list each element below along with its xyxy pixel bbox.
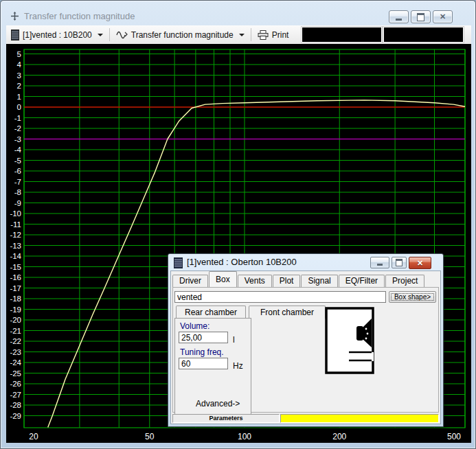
print-label: Print <box>272 30 289 40</box>
dialog-controls: ✕ <box>370 257 431 269</box>
svg-text:-19: -19 <box>10 306 21 314</box>
rear-chamber-tab[interactable]: Rear chamber <box>176 306 246 319</box>
svg-text:-8: -8 <box>14 188 21 196</box>
svg-text:-11: -11 <box>10 220 21 229</box>
y-axis-labels: 543210-1-2-3-4-5-6-7-8-9-10-11-12-13-14-… <box>10 50 21 420</box>
tuning-unit: Hz <box>233 361 243 371</box>
minimize-icon <box>377 264 383 266</box>
svg-text:50: 50 <box>145 432 155 441</box>
cursor-readout-panels <box>302 27 464 43</box>
svg-text:-29: -29 <box>10 412 21 420</box>
toolbar: [1]vented : 10B200 Transfer function mag… <box>6 25 471 44</box>
svg-text:5: 5 <box>17 50 21 58</box>
advanced-link[interactable]: Advanced-> <box>196 399 240 408</box>
readout-panel-1 <box>302 27 382 43</box>
minimize-button[interactable] <box>389 10 409 23</box>
dialog-minimize-button[interactable] <box>370 257 389 268</box>
tuning-freq-label: Tuning freq. <box>180 347 224 357</box>
tab-box[interactable]: Box <box>209 271 237 287</box>
box-tab-page: Box shape> Rear chamberFront chamber Vol… <box>172 287 439 413</box>
maximize-button[interactable] <box>411 10 431 23</box>
svg-text:200: 200 <box>332 432 346 441</box>
svg-text:100: 100 <box>238 432 251 441</box>
tab-project[interactable]: Project <box>385 275 424 287</box>
tab-eq-filter[interactable]: EQ/Filter <box>339 275 385 287</box>
svg-text:-7: -7 <box>14 178 21 186</box>
tuning-freq-input[interactable] <box>179 358 228 369</box>
svg-text:-16: -16 <box>10 273 21 281</box>
svg-text:-23: -23 <box>10 348 21 356</box>
svg-text:-18: -18 <box>10 295 21 303</box>
box-name-input[interactable] <box>174 291 386 303</box>
svg-text:-27: -27 <box>10 391 21 399</box>
svg-text:4: 4 <box>17 60 22 69</box>
dialog-body: DriverBoxVentsPlotSignalEQ/FilterProject… <box>170 270 441 424</box>
project-dialog: [1]vented : Oberton 10B200 ✕ DriverBoxVe… <box>168 253 444 427</box>
svg-text:0: 0 <box>17 103 21 111</box>
svg-text:-12: -12 <box>10 231 21 239</box>
dialog-maximize-button[interactable] <box>392 257 407 268</box>
window-title: Transfer function magnitude <box>24 11 135 21</box>
svg-text:-9: -9 <box>14 199 21 207</box>
readout-panel-2 <box>383 27 464 43</box>
svg-text:-21: -21 <box>10 327 21 335</box>
svg-text:-22: -22 <box>10 337 21 345</box>
dialog-close-button[interactable]: ✕ <box>409 257 431 269</box>
printer-icon <box>258 30 269 40</box>
box-shape-button[interactable]: Box shape> <box>389 291 436 303</box>
rear-chamber-group: Volume: l Tuning freq. Hz Advanced-> <box>174 318 251 415</box>
svg-text:-13: -13 <box>10 242 21 250</box>
dialog-statusbar: Parameters <box>172 414 439 423</box>
maximize-icon <box>396 259 403 266</box>
tab-signal[interactable]: Signal <box>301 275 337 287</box>
svg-text:-10: -10 <box>10 209 21 218</box>
parameters-status-panel: Parameters <box>172 414 280 423</box>
chevron-down-icon <box>239 34 245 36</box>
volume-input[interactable] <box>179 332 228 343</box>
progress-bar <box>280 414 439 423</box>
dialog-titlebar: [1]vented : Oberton 10B200 ✕ <box>168 254 443 270</box>
svg-text:-28: -28 <box>10 401 21 409</box>
print-button[interactable]: Print <box>253 26 294 43</box>
tab-plot[interactable]: Plot <box>273 275 301 287</box>
tab-driver[interactable]: Driver <box>172 275 208 287</box>
toolbar-separator <box>109 28 110 41</box>
close-icon: ✕ <box>440 13 446 21</box>
svg-text:-25: -25 <box>10 369 21 378</box>
project-selector-label: [1]vented : 10B200 <box>23 30 92 40</box>
window-controls: ✕ <box>389 10 453 23</box>
driver-stack-icon <box>11 30 19 41</box>
crosshair-plot-icon <box>10 12 19 21</box>
chevron-down-icon <box>98 34 103 36</box>
tab-vents[interactable]: Vents <box>238 275 272 287</box>
svg-text:-1: -1 <box>14 114 21 122</box>
project-selector-dropdown[interactable]: [1]vented : 10B200 <box>6 26 108 43</box>
svg-text:20: 20 <box>29 432 38 441</box>
close-icon: ✕ <box>417 260 423 267</box>
volume-unit: l <box>233 335 235 345</box>
chamber-tabs: Rear chamberFront chamber <box>176 306 326 319</box>
toolbar-separator <box>251 28 251 41</box>
svg-text:3: 3 <box>17 71 21 80</box>
close-button[interactable]: ✕ <box>433 10 453 23</box>
maximize-icon <box>417 13 424 21</box>
volume-label: Volume: <box>180 321 209 331</box>
dialog-tab-strip: DriverBoxVentsPlotSignalEQ/FilterProject <box>172 272 439 287</box>
svg-text:-17: -17 <box>10 284 21 292</box>
svg-text:-15: -15 <box>10 263 21 271</box>
svg-text:-24: -24 <box>10 358 21 367</box>
x-axis-labels: 2050100200500 <box>29 432 461 441</box>
plot-type-label: Transfer function magnitude <box>131 30 234 40</box>
svg-text:-4: -4 <box>14 146 22 154</box>
front-chamber-tab[interactable]: Front chamber <box>249 306 326 319</box>
svg-text:-14: -14 <box>10 252 21 260</box>
svg-text:-2: -2 <box>14 124 21 133</box>
plot-type-dropdown[interactable]: Transfer function magnitude <box>111 26 249 43</box>
svg-text:-26: -26 <box>10 380 21 388</box>
main-titlebar: Transfer function magnitude ✕ <box>1 1 475 25</box>
vented-box-diagram <box>325 307 374 374</box>
svg-text:1: 1 <box>17 93 21 101</box>
svg-text:-3: -3 <box>14 135 21 143</box>
svg-text:-6: -6 <box>14 167 21 175</box>
main-window: Transfer function magnitude ✕ [1]vented … <box>0 0 476 449</box>
